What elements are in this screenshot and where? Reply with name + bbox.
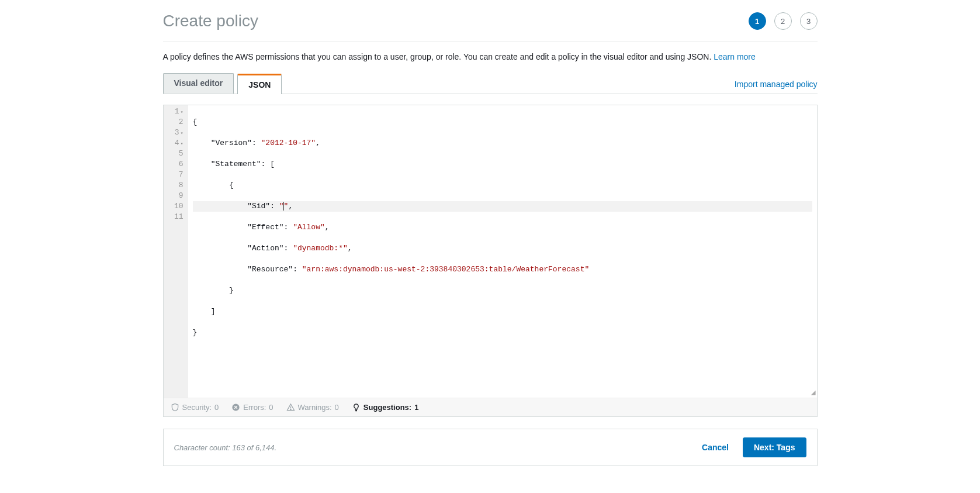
import-managed-policy-link[interactable]: Import managed policy — [735, 80, 818, 89]
step-2[interactable]: 2 — [774, 12, 792, 30]
warning-icon — [286, 403, 295, 412]
tab-json[interactable]: JSON — [237, 74, 282, 94]
line-number: 7 — [166, 170, 183, 180]
line-number: 4 — [166, 138, 183, 149]
step-3[interactable]: 3 — [800, 12, 818, 30]
code-content[interactable]: { "Version": "2012-10-17", "Statement": … — [188, 105, 817, 398]
shield-icon — [171, 403, 179, 412]
line-number: 1 — [166, 106, 183, 117]
description-text: A policy defines the AWS permissions tha… — [163, 52, 714, 61]
status-warnings[interactable]: Warnings: 0 — [286, 403, 339, 412]
code-editor[interactable]: 1 2 3 4 5 6 7 8 9 10 11 { "Version": "20… — [164, 105, 817, 398]
svg-point-2 — [290, 409, 290, 409]
line-number: 2 — [166, 117, 183, 127]
line-number: 3 — [166, 127, 183, 138]
line-number: 5 — [166, 149, 183, 159]
status-security[interactable]: Security: 0 — [171, 403, 219, 412]
line-number: 9 — [166, 191, 183, 201]
line-number: 6 — [166, 159, 183, 170]
line-number-gutter: 1 2 3 4 5 6 7 8 9 10 11 — [164, 105, 188, 398]
next-tags-button[interactable]: Next: Tags — [743, 437, 806, 457]
json-editor: 1 2 3 4 5 6 7 8 9 10 11 { "Version": "20… — [163, 105, 818, 417]
error-icon — [231, 403, 240, 412]
status-suggestions[interactable]: Suggestions: 1 — [352, 403, 419, 412]
line-number: 10 — [166, 201, 183, 212]
line-number: 8 — [166, 180, 183, 191]
page-title: Create policy — [163, 12, 258, 30]
line-number: 11 — [166, 212, 183, 222]
wizard-steps: 1 2 3 — [749, 12, 818, 30]
tab-visual-editor[interactable]: Visual editor — [163, 73, 234, 94]
footer-panel: Character count: 163 of 6,144. Cancel Ne… — [163, 429, 818, 466]
learn-more-link[interactable]: Learn more — [714, 52, 756, 61]
editor-tabs: Visual editor JSON — [163, 73, 286, 94]
character-count: Character count: 163 of 6,144. — [174, 443, 277, 452]
status-errors[interactable]: Errors: 0 — [231, 403, 273, 412]
cancel-button[interactable]: Cancel — [695, 438, 736, 457]
resize-handle-icon[interactable]: ◢ — [811, 389, 816, 397]
lightbulb-icon — [352, 403, 361, 412]
page-description: A policy defines the AWS permissions tha… — [163, 52, 818, 61]
step-1[interactable]: 1 — [749, 12, 766, 30]
editor-status-bar: Security: 0 Errors: 0 Warnings: 0 Sugges… — [164, 398, 817, 416]
